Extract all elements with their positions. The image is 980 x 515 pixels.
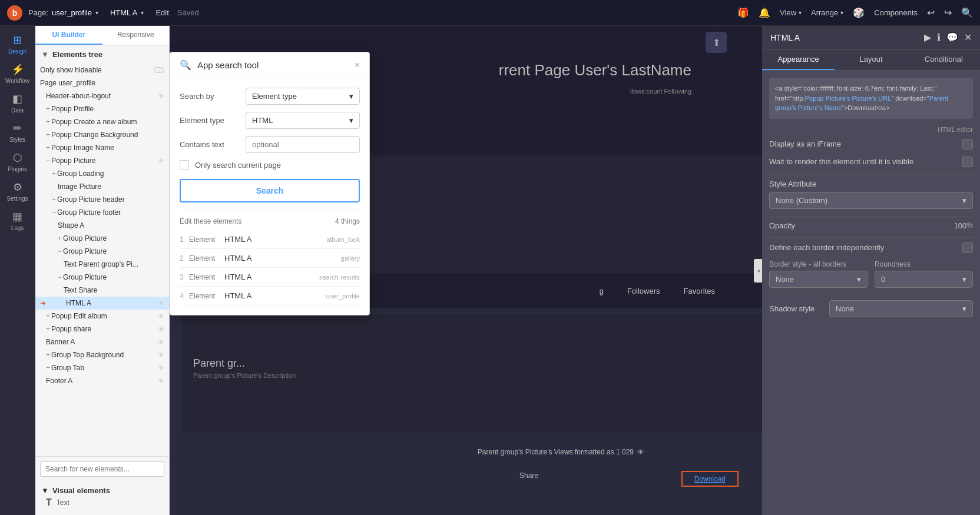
- text-element-item[interactable]: T Text: [41, 495, 163, 510]
- element-type-label: Element type: [180, 116, 239, 125]
- play-icon[interactable]: ▶: [924, 32, 931, 43]
- collapse-handle[interactable]: ◂: [754, 259, 762, 283]
- tab-responsive[interactable]: Responsive: [102, 26, 170, 45]
- style-attr-label: Style Attribute: [769, 180, 816, 188]
- tree-banner-a[interactable]: Banner A 👁: [35, 335, 169, 348]
- tree-group-picture-3[interactable]: − Group Picture: [35, 271, 169, 284]
- html-link1: Popup Picture's Picture's URL: [805, 95, 892, 102]
- search-top-icon[interactable]: 🔍: [961, 7, 973, 18]
- tree-footer-a[interactable]: Footer A 👁: [35, 374, 169, 387]
- tree-group-top-bg[interactable]: + Group Top Background 👁: [35, 348, 169, 361]
- page-name: user_profile: [52, 8, 92, 17]
- edit-button[interactable]: Edit: [155, 8, 168, 17]
- tree-popup-bg[interactable]: + Popup Change Background: [35, 128, 169, 141]
- result-label: Element: [189, 292, 224, 300]
- contains-text-input[interactable]: [246, 136, 360, 153]
- sidebar-item-logs[interactable]: ▦ Logs: [3, 207, 32, 234]
- tree-text-share[interactable]: Text Share: [35, 284, 169, 297]
- search-by-select[interactable]: Element type ▾: [246, 88, 360, 105]
- sidebar-item-settings[interactable]: ⚙ Settings: [3, 178, 32, 205]
- eye-icon[interactable]: 👁: [158, 157, 164, 164]
- sidebar-item-design[interactable]: ⊞ Design: [3, 31, 32, 58]
- search-result-1[interactable]: 1 Element HTML A album_look: [180, 230, 360, 249]
- arrange-dropdown[interactable]: Arrange ▾: [811, 8, 843, 17]
- rp-tab-appearance[interactable]: Appearance: [762, 49, 835, 70]
- only-current-page-checkbox[interactable]: [180, 160, 189, 170]
- tree-popup-picture[interactable]: − Popup Picture 👁: [35, 154, 169, 167]
- eye-icon[interactable]: 👁: [158, 325, 164, 333]
- eye-icon[interactable]: 👁: [158, 364, 164, 371]
- tree-image-picture[interactable]: Image Picture: [35, 180, 169, 193]
- define-border-checkbox[interactable]: [962, 242, 973, 253]
- upload-icon[interactable]: ⬆: [706, 32, 727, 53]
- gift-icon-btn[interactable]: 🎁: [737, 7, 749, 18]
- components-dropdown[interactable]: Components: [874, 8, 918, 17]
- tree-item-label: Text Share: [64, 286, 97, 294]
- view-dropdown[interactable]: View ▾: [780, 8, 802, 17]
- prefix-icon: +: [46, 351, 50, 359]
- tree-popup-imgname[interactable]: + Popup Image Name: [35, 141, 169, 154]
- tree-group-picture-footer[interactable]: − Group Picture footer: [35, 206, 169, 219]
- sidebar-item-data[interactable]: ◧ Data: [3, 89, 32, 117]
- eye-icon[interactable]: 👁: [158, 300, 164, 307]
- undo-icon[interactable]: ↩: [927, 7, 935, 18]
- search-button[interactable]: Search: [180, 179, 360, 202]
- tree-only-hideable[interactable]: Only show hideable: [35, 64, 169, 77]
- tree-group-picture-2[interactable]: − Group Picture: [35, 245, 169, 258]
- components-label: Components: [874, 8, 918, 17]
- tree-text-parent[interactable]: Text Parent group's Pi...: [35, 258, 169, 271]
- tree-group-loading[interactable]: + Group Loading: [35, 167, 169, 180]
- canvas-lastname: rrent Page User's LastName: [499, 61, 691, 79]
- tree-popup-share[interactable]: + Popup share 👁: [35, 323, 169, 335]
- search-popup-close-button[interactable]: ×: [355, 60, 360, 71]
- roundness-select[interactable]: 0 ▾: [875, 271, 973, 288]
- search-result-3[interactable]: 3 Element HTML A search-results: [180, 268, 360, 287]
- display-iframe-checkbox[interactable]: [962, 139, 973, 149]
- comment-icon[interactable]: 💬: [946, 32, 958, 43]
- tree-popup-profile[interactable]: + Popup Profile: [35, 102, 169, 115]
- tree-shape-a[interactable]: Shape A: [35, 219, 169, 232]
- border-chevron-icon: ▾: [857, 275, 861, 284]
- eye-icon[interactable]: 👁: [158, 313, 164, 320]
- rp-tab-layout[interactable]: Layout: [835, 49, 907, 70]
- tree-item-label: Group Picture: [63, 247, 107, 255]
- page-selector[interactable]: Page: user_profile ▾: [28, 8, 98, 17]
- wait-render-checkbox[interactable]: [962, 157, 973, 167]
- eye-icon[interactable]: 👁: [158, 377, 164, 384]
- tree-group-picture-1[interactable]: + Group Picture: [35, 232, 169, 245]
- border-style-select[interactable]: None ▾: [769, 271, 868, 288]
- download-link-text: Download: [694, 475, 726, 483]
- rp-tab-conditional[interactable]: Conditional: [908, 49, 980, 70]
- 3d-cube-icon[interactable]: 🎲: [853, 7, 865, 18]
- search-result-2[interactable]: 2 Element HTML A gallery: [180, 249, 360, 268]
- tree-header[interactable]: Header-about-logout 👁: [35, 89, 169, 102]
- eye-icon[interactable]: 👁: [158, 338, 164, 345]
- tree-popup-album[interactable]: + Popup Create a new album: [35, 115, 169, 128]
- canvas-download-btn[interactable]: Download: [681, 471, 739, 487]
- tree-html-a[interactable]: ➜ HTML A 👁: [35, 297, 169, 310]
- bell-icon-btn[interactable]: 🔔: [759, 7, 770, 18]
- tree-popup-edit-album[interactable]: + Popup Edit album 👁: [35, 310, 169, 323]
- html-name: HTML A: [110, 8, 137, 17]
- redo-icon[interactable]: ↪: [944, 7, 952, 18]
- shadow-style-select[interactable]: None ▾: [829, 300, 973, 317]
- right-panel-icons: ▶ ℹ 💬 ✕: [924, 32, 972, 43]
- tree-page[interactable]: Page user_profile: [35, 77, 169, 89]
- sidebar-item-plugins[interactable]: ⬡ Plugins: [3, 148, 32, 175]
- tab-ui-builder[interactable]: UI Builder: [35, 26, 102, 45]
- element-type-select[interactable]: HTML ▾: [246, 112, 360, 129]
- close-panel-icon[interactable]: ✕: [964, 32, 972, 43]
- sidebar-item-styles[interactable]: ✏ Styles: [3, 119, 32, 146]
- result-type: HTML A: [224, 291, 326, 300]
- search-new-input[interactable]: [40, 461, 164, 477]
- tree-group-picture-header[interactable]: + Group Picture header: [35, 193, 169, 206]
- html-selector[interactable]: HTML A ▾: [110, 8, 144, 17]
- toggle-hideable[interactable]: [154, 67, 164, 73]
- search-result-4[interactable]: 4 Element HTML A user_profile: [180, 287, 360, 305]
- eye-icon[interactable]: 👁: [158, 92, 164, 99]
- info-icon[interactable]: ℹ: [937, 32, 941, 43]
- style-attr-select[interactable]: None (Custom) ▾: [769, 192, 973, 209]
- eye-icon[interactable]: 👁: [158, 351, 164, 358]
- tree-group-tab[interactable]: + Group Tab 👁: [35, 361, 169, 374]
- sidebar-item-workflow[interactable]: ⚡ Workflow: [3, 60, 32, 87]
